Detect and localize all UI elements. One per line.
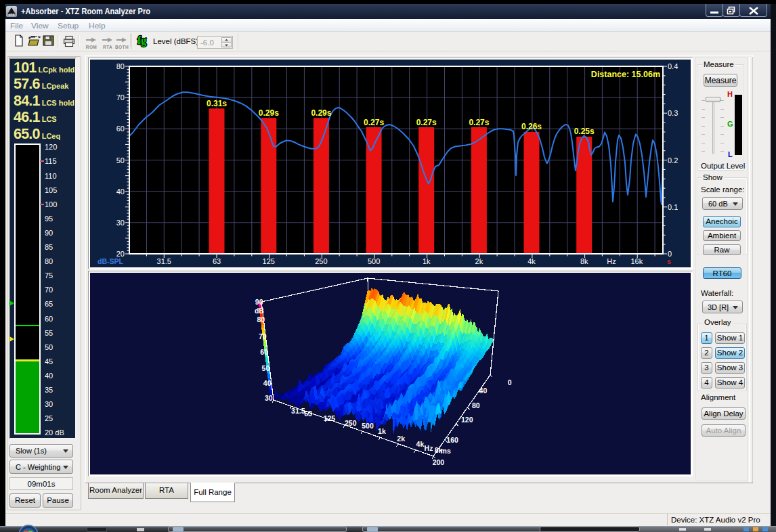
svg-text:50: 50 — [116, 156, 125, 164]
svg-text:dB-SPL: dB-SPL — [98, 257, 124, 265]
svg-text:80: 80 — [472, 401, 480, 409]
svg-text:4k: 4k — [416, 440, 425, 448]
svg-text:fg: fg — [137, 35, 146, 47]
svg-text:30: 30 — [265, 394, 273, 402]
svg-text:1k: 1k — [378, 427, 386, 435]
svg-text:80: 80 — [257, 315, 265, 324]
svg-text:0.29s: 0.29s — [259, 108, 279, 118]
svg-text:50: 50 — [262, 364, 270, 372]
svg-text:1k: 1k — [423, 257, 431, 265]
svg-text:0.29s: 0.29s — [311, 108, 331, 118]
svg-text:2k: 2k — [475, 257, 483, 265]
svg-text:120: 120 — [461, 416, 473, 424]
svg-text:Distance: 15.06m: Distance: 15.06m — [591, 70, 660, 79]
svg-text:31.5: 31.5 — [291, 407, 305, 415]
svg-text:160: 160 — [446, 436, 458, 444]
svg-text:0.1: 0.1 — [668, 203, 678, 211]
svg-text:125: 125 — [324, 414, 336, 422]
svg-text:0.4: 0.4 — [668, 62, 678, 70]
svg-text:60: 60 — [260, 348, 268, 356]
svg-text:90: 90 — [255, 298, 263, 306]
svg-text:125: 125 — [263, 257, 275, 265]
svg-text:dB: dB — [255, 307, 264, 315]
svg-text:200: 200 — [433, 458, 445, 466]
svg-text:40: 40 — [263, 379, 272, 387]
svg-text:40: 40 — [116, 187, 125, 196]
svg-text:30: 30 — [116, 219, 125, 227]
svg-text:0: 0 — [508, 378, 512, 386]
svg-text:Hz: Hz — [425, 444, 433, 452]
svg-text:40: 40 — [479, 386, 488, 395]
svg-text:XTZ: XTZ — [9, 14, 15, 17]
svg-text:31.5: 31.5 — [157, 257, 171, 265]
svg-text:s: s — [667, 257, 671, 265]
svg-text:8k: 8k — [580, 257, 588, 265]
svg-text:0.2: 0.2 — [668, 156, 678, 164]
svg-text:250: 250 — [315, 257, 327, 265]
svg-text:500: 500 — [368, 257, 380, 265]
svg-text:0.27s: 0.27s — [364, 118, 384, 127]
svg-text:0.25s: 0.25s — [574, 127, 595, 136]
svg-text:250: 250 — [345, 419, 357, 427]
svg-text:63: 63 — [213, 257, 221, 265]
svg-text:500: 500 — [362, 422, 374, 430]
svg-text:0.31s: 0.31s — [207, 99, 227, 108]
svg-text:16k: 16k — [630, 257, 643, 265]
svg-text:0.27s: 0.27s — [469, 118, 489, 127]
svg-text:0.26s: 0.26s — [521, 122, 542, 131]
svg-text:0.3: 0.3 — [668, 109, 678, 117]
svg-text:0.27s: 0.27s — [416, 118, 437, 127]
svg-text:4k: 4k — [527, 257, 536, 265]
svg-text:2k: 2k — [397, 435, 405, 443]
svg-text:80: 80 — [116, 62, 125, 70]
svg-text:Hz: Hz — [607, 257, 616, 265]
svg-text:70: 70 — [259, 332, 267, 340]
svg-text:60: 60 — [116, 125, 125, 133]
svg-text:70: 70 — [116, 93, 125, 102]
svg-text:ms: ms — [441, 447, 451, 455]
